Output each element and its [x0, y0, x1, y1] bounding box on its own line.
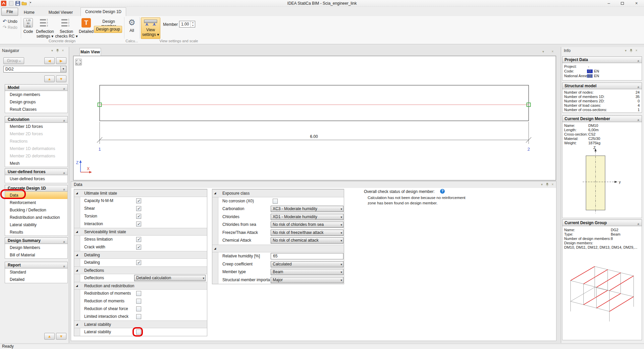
main-view-collapse-icon[interactable]: ▾: [541, 50, 546, 54]
nav-item-result-classes[interactable]: Result Classes: [5, 106, 67, 113]
nav-item-results[interactable]: Results: [5, 229, 67, 236]
restore-button[interactable]: [615, 0, 629, 7]
carbonation-dropdown[interactable]: XC3 - Moderate humidity▾: [271, 206, 343, 212]
table-group-header[interactable]: ◢Exposure class: [212, 189, 344, 197]
member-scale-stepper[interactable]: 1.00 ▲▼: [179, 21, 195, 28]
move-up-button[interactable]: ▲: [44, 76, 55, 82]
table-group-header[interactable]: ◢: [212, 245, 344, 253]
checkbox[interactable]: ✓: [136, 198, 141, 203]
move-down-button[interactable]: ▼: [56, 76, 66, 82]
tab-model-viewer[interactable]: Model Viewer: [43, 9, 78, 16]
nav-section-calculation[interactable]: Calculation«: [5, 116, 68, 123]
nav-item-report-standard[interactable]: Standard: [5, 268, 67, 276]
chlorides-dropdown[interactable]: XD1 - Moderate humidity▾: [271, 214, 343, 220]
nav-item-lateral-stability[interactable]: Lateral stability: [5, 221, 67, 229]
info-close-icon[interactable]: ×: [634, 49, 639, 53]
nav-item-report-detailed[interactable]: Detailed: [5, 276, 67, 283]
member-importance-dropdown[interactable]: Major▾: [271, 277, 343, 283]
creep-coefficient-dropdown[interactable]: Calculated▾: [271, 261, 343, 267]
tab-home[interactable]: Home: [19, 9, 39, 16]
navigator-close-icon[interactable]: ×: [60, 49, 65, 53]
info-section-project-data[interactable]: Project Data«: [562, 56, 642, 63]
freeze-thaw-dropdown[interactable]: No risk of freeze/thaw attack▾: [271, 230, 343, 236]
info-section-current-design-group[interactable]: Current Design Group«: [562, 219, 642, 226]
nav-item-bill-of-material[interactable]: Bill of Material: [5, 251, 67, 259]
nav-item-reinforcement[interactable]: Reinforcement: [5, 199, 67, 206]
checkbox[interactable]: ✓: [136, 237, 141, 242]
nav-bottom-up-button[interactable]: ▲: [44, 333, 55, 340]
relative-humidity-input[interactable]: 65: [271, 253, 343, 259]
chlorides-sea-dropdown[interactable]: No risk of chlorides from sea▾: [271, 221, 343, 228]
checkbox[interactable]: [136, 299, 141, 304]
chemical-attack-dropdown[interactable]: No risk of chemical attack▾: [271, 237, 343, 244]
table-group-header[interactable]: ◢Deflections: [74, 266, 207, 274]
tab-concrete-design-1d[interactable]: Concrete Design 1D: [80, 7, 126, 16]
nav-bottom-down-button[interactable]: ▼: [56, 333, 66, 340]
nav-section-design-summary[interactable]: Design Summary«: [5, 237, 68, 244]
detailed-button[interactable]: T Detailed: [78, 18, 94, 34]
nav-item-user-defined-forces[interactable]: User-defined forces: [5, 175, 67, 183]
info-dropdown-icon[interactable]: ▾: [623, 49, 628, 53]
checkbox[interactable]: [136, 291, 141, 296]
nav-item-design-groups[interactable]: Design groups: [5, 98, 67, 106]
checkbox[interactable]: ✓: [136, 221, 141, 227]
model-viewport[interactable]: 6.00 1 2 Z X: [73, 56, 556, 181]
section-checks-icon: 1 2 3: [61, 18, 71, 27]
minimize-button[interactable]: –: [602, 0, 615, 7]
checkbox[interactable]: [136, 306, 141, 311]
tab-main-view[interactable]: Main View: [79, 48, 101, 56]
checkbox[interactable]: [273, 199, 278, 204]
deflections-dropdown[interactable]: Detailed calculation▾: [134, 275, 206, 281]
member-type-dropdown[interactable]: Beam▾: [271, 269, 343, 275]
info-section-structural-model[interactable]: Structural model«: [562, 83, 642, 89]
table-group-header[interactable]: ◢Ultimate limit state: [74, 189, 207, 197]
table-group-header[interactable]: ◢Serviceability limit state: [74, 228, 207, 236]
nav-item-member-1d-forces[interactable]: Member 1D forces: [5, 123, 67, 130]
checkbox[interactable]: ✓: [136, 260, 141, 265]
nav-item-design-members-summary[interactable]: Design Members: [5, 244, 67, 251]
current-group-combobox[interactable]: DG2 ▾: [3, 66, 66, 72]
nav-section-user-forces[interactable]: User-defined forces«: [5, 168, 68, 175]
stepper-arrows-icon[interactable]: ▲▼: [191, 21, 195, 27]
previous-group-button[interactable]: ◀: [44, 57, 55, 64]
nav-item-buckling-deflection[interactable]: Buckling / Deflection: [5, 206, 67, 214]
info-label: Number of members 1D:: [564, 95, 604, 99]
file-menu-button[interactable]: File: [1, 8, 18, 16]
section-checks-rc-button[interactable]: 1 2 3 Section checks RC ▾: [55, 18, 78, 39]
redo-button[interactable]: ↷ Redo: [3, 24, 17, 30]
view-settings-button[interactable]: View settings ▾: [141, 17, 160, 39]
table-group-header[interactable]: ◢Detailing: [74, 251, 207, 259]
data-panel-dropdown-icon[interactable]: ▾: [539, 183, 544, 187]
nav-section-model[interactable]: Model«: [5, 84, 68, 91]
nav-item-redistribution-reduction[interactable]: Redistribution and reduction: [5, 214, 67, 221]
nav-section-report[interactable]: Report«: [5, 262, 68, 268]
navigator-pin-icon[interactable]: [55, 49, 60, 53]
nav-item-design-members[interactable]: Design members: [5, 91, 67, 98]
help-icon[interactable]: ?: [440, 189, 445, 194]
data-panel-close-icon[interactable]: ×: [550, 183, 555, 187]
checkbox[interactable]: ✓: [136, 214, 141, 219]
data-panel-pin-icon[interactable]: [545, 183, 550, 187]
info-value: 35: [636, 95, 640, 99]
table-row: Capacity N-M-M✓: [74, 197, 207, 205]
main-view-close-icon[interactable]: ×: [550, 50, 555, 54]
calculate-all-button[interactable]: ⚙ All: [125, 18, 139, 33]
nav-item-mesh[interactable]: Mesh: [5, 160, 67, 167]
info-pin-icon[interactable]: [629, 49, 634, 53]
next-group-button[interactable]: ▶: [56, 57, 66, 64]
undo-button[interactable]: ↶ Undo: [3, 18, 17, 24]
checkbox[interactable]: ✓: [136, 206, 141, 211]
checkbox[interactable]: ✓: [136, 245, 141, 250]
close-button[interactable]: ×: [629, 0, 644, 7]
group-mode-selector[interactable]: Group ▾: [3, 57, 24, 64]
info-label: Number of members 2D:: [564, 99, 604, 103]
table-group-header[interactable]: ◢Reduction and redistribution: [74, 282, 207, 290]
navigator-dropdown-icon[interactable]: ▾: [50, 49, 55, 53]
info-label: Design members:: [564, 241, 593, 245]
chevron-down-icon[interactable]: ▾: [60, 66, 66, 72]
design-group-button[interactable]: Design group: [94, 26, 122, 33]
checkbox[interactable]: [136, 314, 141, 319]
deflection-settings-button[interactable]: 1 2 3 Deflection settings ▾: [34, 18, 56, 39]
eu-flag-icon: [587, 69, 593, 73]
info-section-current-design-member[interactable]: Current Design Member«: [562, 115, 642, 122]
